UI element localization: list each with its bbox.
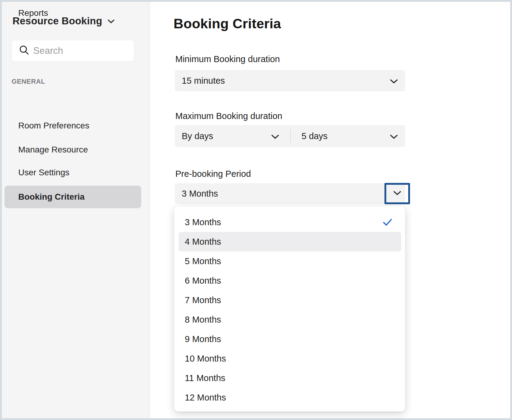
dropdown-option[interactable]: 4 Months [179,232,401,251]
pre-booking-dropdown-button[interactable] [384,183,410,204]
dropdown-option-label: 4 Months [185,237,221,247]
pre-booking-select[interactable]: 3 Months [175,183,405,204]
dropdown-option-label: 8 Months [185,315,221,325]
dropdown-option[interactable]: 10 Months [179,349,401,368]
dropdown-option-label: 9 Months [185,334,221,344]
sidebar-nav-item-label: Booking Criteria [18,192,85,202]
dropdown-option-label: 11 Months [185,373,225,383]
dropdown-option-label: 5 Months [185,256,221,266]
pre-booking-label: Pre-booking Period [175,169,251,179]
sidebar-nav-item[interactable]: User Settings [5,161,141,184]
page-title: Booking Criteria [174,16,281,32]
max-duration-unit-value: By days [182,131,213,141]
dropdown-option[interactable]: 9 Months [179,329,401,349]
max-duration-label: Maximum Booking duration [175,111,282,121]
dropdown-option[interactable]: 7 Months [179,290,401,310]
pre-booking-dropdown-menu: 3 Months 4 Months 5 Months 6 Months [174,206,405,411]
dropdown-option[interactable]: 5 Months [179,251,401,271]
max-duration-amount-value: 5 days [302,131,328,141]
sidebar: Resource Booking GENERAL Room Preference… [2,2,150,418]
sidebar-nav-item[interactable]: Manage Resource [5,138,141,161]
max-duration-unit-select[interactable]: By days [175,125,290,147]
min-duration-select[interactable]: 15 minutes [175,70,405,91]
dropdown-option-label: 3 Months [185,217,221,227]
sidebar-nav-item-label: Room Preferences [18,121,89,131]
sidebar-nav-item-label: User Settings [18,168,69,177]
dropdown-option[interactable]: 3 Months [179,212,401,232]
dropdown-option[interactable]: 8 Months [179,310,401,329]
main-content: Booking Criteria Minimum Booking duratio… [150,2,510,418]
sidebar-nav-item-label: Reports [18,8,48,18]
sidebar-section-general: GENERAL [12,78,45,86]
dropdown-option-label: 12 Months [185,393,226,403]
dropdown-option[interactable]: 11 Months [179,368,401,388]
chevron-down-icon [393,191,401,197]
sidebar-nav-item[interactable]: Booking Criteria [5,186,141,208]
dropdown-option-label: 6 Months [185,276,221,286]
pre-booking-value: 3 Months [182,189,218,199]
check-icon [383,218,392,228]
min-duration-value: 15 minutes [182,76,225,86]
max-duration-select-group: By days 5 days [175,125,405,147]
dropdown-option[interactable]: 6 Months [179,271,401,290]
chevron-down-icon [390,76,398,86]
select-divider [290,129,291,143]
dropdown-option-label: 7 Months [185,295,221,305]
sidebar-nav-item[interactable]: Reports [5,2,141,24]
search-box[interactable] [12,40,134,61]
dropdown-option-label: 10 Months [185,354,226,364]
search-input[interactable] [33,45,128,56]
sidebar-nav-item-label: Manage Resource [18,145,88,155]
sidebar-nav-item[interactable]: Room Preferences [5,114,141,137]
dropdown-option[interactable]: 12 Months [179,388,401,407]
chevron-down-icon [271,131,279,141]
min-duration-label: Minimum Booking duration [175,54,280,64]
search-icon [19,45,30,57]
app-window: Resource Booking GENERAL Room Preference… [2,2,510,418]
chevron-down-icon [390,131,398,141]
max-duration-amount-select[interactable]: 5 days [290,125,405,147]
